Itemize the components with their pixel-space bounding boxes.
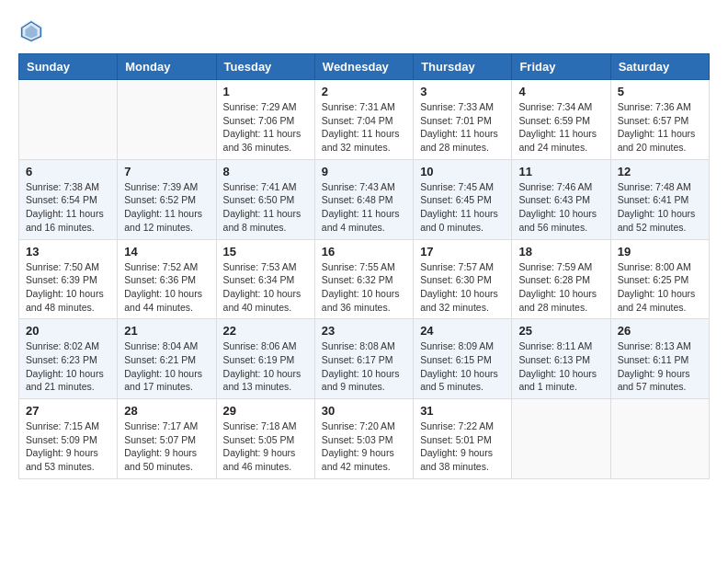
day-info: Sunrise: 7:18 AM Sunset: 5:05 PM Dayligh…: [223, 419, 308, 474]
calendar-day-cell: 21Sunrise: 8:04 AM Sunset: 6:21 PM Dayli…: [118, 319, 216, 399]
calendar-day-cell: 16Sunrise: 7:55 AM Sunset: 6:32 PM Dayli…: [314, 239, 413, 319]
calendar-day-cell: 4Sunrise: 7:34 AM Sunset: 6:59 PM Daylig…: [512, 80, 610, 160]
day-number: 12: [618, 165, 702, 178]
weekday-header: Sunday: [19, 54, 118, 80]
calendar-day-cell: 15Sunrise: 7:53 AM Sunset: 6:34 PM Dayli…: [216, 239, 314, 319]
day-info: Sunrise: 7:20 AM Sunset: 5:03 PM Dayligh…: [322, 419, 406, 474]
day-number: 11: [518, 165, 603, 178]
day-info: Sunrise: 7:46 AM Sunset: 6:43 PM Dayligh…: [518, 180, 603, 235]
calendar-day-cell: 25Sunrise: 8:11 AM Sunset: 6:13 PM Dayli…: [512, 319, 610, 399]
weekday-header: Thursday: [414, 54, 512, 80]
calendar-day-cell: [512, 399, 610, 479]
day-info: Sunrise: 7:48 AM Sunset: 6:41 PM Dayligh…: [618, 180, 702, 235]
day-number: 14: [124, 245, 209, 259]
day-info: Sunrise: 7:57 AM Sunset: 6:30 PM Dayligh…: [420, 260, 505, 315]
day-info: Sunrise: 7:52 AM Sunset: 6:36 PM Dayligh…: [124, 260, 209, 315]
day-info: Sunrise: 7:36 AM Sunset: 6:57 PM Dayligh…: [618, 100, 702, 155]
weekday-header: Wednesday: [314, 54, 413, 80]
day-number: 26: [618, 324, 702, 338]
day-info: Sunrise: 7:22 AM Sunset: 5:01 PM Dayligh…: [420, 419, 505, 474]
day-number: 5: [618, 85, 702, 98]
logo: [18, 18, 48, 44]
day-number: 27: [26, 404, 110, 418]
calendar-day-cell: 19Sunrise: 8:00 AM Sunset: 6:25 PM Dayli…: [610, 239, 709, 319]
weekday-header: Tuesday: [216, 54, 314, 80]
day-number: 23: [322, 324, 406, 338]
day-number: 21: [124, 324, 209, 338]
day-info: Sunrise: 7:31 AM Sunset: 7:04 PM Dayligh…: [322, 100, 406, 155]
calendar-day-cell: 31Sunrise: 7:22 AM Sunset: 5:01 PM Dayli…: [414, 399, 512, 479]
day-number: 20: [26, 324, 110, 338]
day-info: Sunrise: 7:39 AM Sunset: 6:52 PM Dayligh…: [124, 180, 209, 235]
day-number: 25: [518, 324, 603, 338]
calendar-day-cell: 6Sunrise: 7:38 AM Sunset: 6:54 PM Daylig…: [19, 159, 118, 239]
weekday-header: Monday: [118, 54, 216, 80]
calendar-day-cell: 28Sunrise: 7:17 AM Sunset: 5:07 PM Dayli…: [118, 399, 216, 479]
day-info: Sunrise: 8:11 AM Sunset: 6:13 PM Dayligh…: [518, 339, 603, 394]
page-header: [18, 18, 710, 44]
calendar-week-row: 6Sunrise: 7:38 AM Sunset: 6:54 PM Daylig…: [19, 159, 710, 239]
calendar-day-cell: [118, 80, 216, 160]
day-number: 31: [420, 404, 505, 418]
calendar-day-cell: 14Sunrise: 7:52 AM Sunset: 6:36 PM Dayli…: [118, 239, 216, 319]
calendar-day-cell: 23Sunrise: 8:08 AM Sunset: 6:17 PM Dayli…: [314, 319, 413, 399]
day-info: Sunrise: 7:59 AM Sunset: 6:28 PM Dayligh…: [518, 260, 603, 315]
calendar-day-cell: 11Sunrise: 7:46 AM Sunset: 6:43 PM Dayli…: [512, 159, 610, 239]
calendar-table: SundayMondayTuesdayWednesdayThursdayFrid…: [18, 53, 710, 479]
calendar-week-row: 27Sunrise: 7:15 AM Sunset: 5:09 PM Dayli…: [19, 399, 710, 479]
day-info: Sunrise: 8:08 AM Sunset: 6:17 PM Dayligh…: [322, 339, 406, 394]
calendar-day-cell: 17Sunrise: 7:57 AM Sunset: 6:30 PM Dayli…: [414, 239, 512, 319]
day-info: Sunrise: 7:34 AM Sunset: 6:59 PM Dayligh…: [518, 100, 603, 155]
day-info: Sunrise: 8:09 AM Sunset: 6:15 PM Dayligh…: [420, 339, 505, 394]
day-number: 16: [322, 245, 406, 259]
calendar-day-cell: 1Sunrise: 7:29 AM Sunset: 7:06 PM Daylig…: [216, 80, 314, 160]
calendar-day-cell: 18Sunrise: 7:59 AM Sunset: 6:28 PM Dayli…: [512, 239, 610, 319]
day-info: Sunrise: 7:17 AM Sunset: 5:07 PM Dayligh…: [124, 419, 209, 474]
day-info: Sunrise: 8:02 AM Sunset: 6:23 PM Dayligh…: [26, 339, 110, 394]
calendar-week-row: 1Sunrise: 7:29 AM Sunset: 7:06 PM Daylig…: [19, 80, 710, 160]
day-info: Sunrise: 7:53 AM Sunset: 6:34 PM Dayligh…: [223, 260, 308, 315]
calendar-day-cell: 2Sunrise: 7:31 AM Sunset: 7:04 PM Daylig…: [314, 80, 413, 160]
day-number: 15: [223, 245, 308, 259]
calendar-day-cell: 3Sunrise: 7:33 AM Sunset: 7:01 PM Daylig…: [414, 80, 512, 160]
day-info: Sunrise: 7:41 AM Sunset: 6:50 PM Dayligh…: [223, 180, 308, 235]
day-number: 4: [518, 85, 603, 98]
day-info: Sunrise: 7:38 AM Sunset: 6:54 PM Dayligh…: [26, 180, 110, 235]
day-info: Sunrise: 8:06 AM Sunset: 6:19 PM Dayligh…: [223, 339, 308, 394]
calendar-week-row: 20Sunrise: 8:02 AM Sunset: 6:23 PM Dayli…: [19, 319, 710, 399]
calendar-day-cell: 22Sunrise: 8:06 AM Sunset: 6:19 PM Dayli…: [216, 319, 314, 399]
day-number: 18: [518, 245, 603, 259]
calendar-day-cell: 30Sunrise: 7:20 AM Sunset: 5:03 PM Dayli…: [314, 399, 413, 479]
logo-icon: [18, 18, 44, 44]
calendar-day-cell: 27Sunrise: 7:15 AM Sunset: 5:09 PM Dayli…: [19, 399, 118, 479]
calendar-day-cell: 29Sunrise: 7:18 AM Sunset: 5:05 PM Dayli…: [216, 399, 314, 479]
calendar-day-cell: 7Sunrise: 7:39 AM Sunset: 6:52 PM Daylig…: [118, 159, 216, 239]
calendar-day-cell: 9Sunrise: 7:43 AM Sunset: 6:48 PM Daylig…: [314, 159, 413, 239]
day-number: 1: [223, 85, 308, 98]
weekday-header: Saturday: [610, 54, 709, 80]
day-info: Sunrise: 7:43 AM Sunset: 6:48 PM Dayligh…: [322, 180, 406, 235]
day-number: 3: [420, 85, 505, 98]
calendar-day-cell: 20Sunrise: 8:02 AM Sunset: 6:23 PM Dayli…: [19, 319, 118, 399]
day-number: 24: [420, 324, 505, 338]
day-number: 17: [420, 245, 505, 259]
day-info: Sunrise: 7:29 AM Sunset: 7:06 PM Dayligh…: [223, 100, 308, 155]
calendar-day-cell: 13Sunrise: 7:50 AM Sunset: 6:39 PM Dayli…: [19, 239, 118, 319]
day-number: 28: [124, 404, 209, 418]
calendar-header-row: SundayMondayTuesdayWednesdayThursdayFrid…: [19, 54, 710, 80]
calendar-week-row: 13Sunrise: 7:50 AM Sunset: 6:39 PM Dayli…: [19, 239, 710, 319]
day-number: 22: [223, 324, 308, 338]
day-info: Sunrise: 7:50 AM Sunset: 6:39 PM Dayligh…: [26, 260, 110, 315]
day-info: Sunrise: 8:13 AM Sunset: 6:11 PM Dayligh…: [618, 339, 702, 394]
day-info: Sunrise: 8:04 AM Sunset: 6:21 PM Dayligh…: [124, 339, 209, 394]
day-number: 7: [124, 165, 209, 178]
day-number: 2: [322, 85, 406, 98]
day-number: 9: [322, 165, 406, 178]
calendar-day-cell: [19, 80, 118, 160]
day-number: 29: [223, 404, 308, 418]
calendar-day-cell: [610, 399, 709, 479]
calendar-day-cell: 5Sunrise: 7:36 AM Sunset: 6:57 PM Daylig…: [610, 80, 709, 160]
calendar-day-cell: 8Sunrise: 7:41 AM Sunset: 6:50 PM Daylig…: [216, 159, 314, 239]
day-number: 6: [26, 165, 110, 178]
calendar-day-cell: 24Sunrise: 8:09 AM Sunset: 6:15 PM Dayli…: [414, 319, 512, 399]
